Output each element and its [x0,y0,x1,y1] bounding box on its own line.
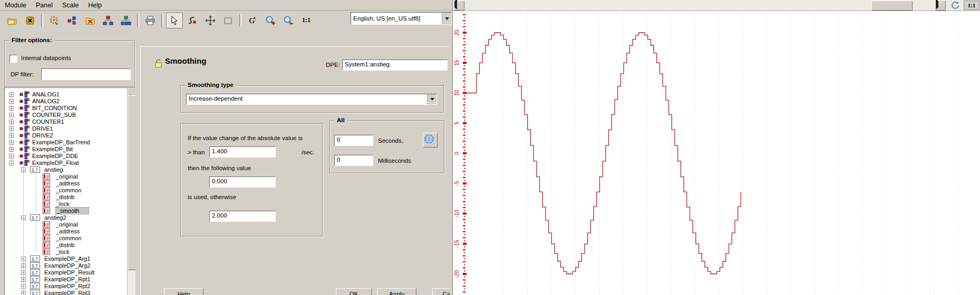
dp-filter-input[interactable] [41,68,131,80]
otherwise-value-input[interactable]: 2.000 [209,211,276,222]
tree-item-label[interactable]: _original [56,173,78,180]
tree-item[interactable]: +5.7ExampleDP_Arg2 [5,262,135,269]
apply-button[interactable]: Apply [377,288,416,295]
help-button[interactable]: Help [164,288,203,295]
settings-gear-button[interactable] [46,13,63,28]
tree-item-label[interactable]: _address [56,180,80,186]
tree-item[interactable]: _lock [5,249,135,255]
internal-datapoints-checkbox[interactable] [9,55,17,63]
tree-item-label[interactable]: ANALOG2 [32,98,60,104]
tree-item[interactable]: +5.7ExampleDP_Result [5,269,135,276]
tree-item[interactable]: −5.7anstieg [5,166,135,173]
tree-item[interactable]: _common [5,187,135,194]
tree-item[interactable]: _original [5,221,135,228]
zoom-out-button[interactable] [280,13,297,28]
tree-item-label[interactable]: _common [56,187,81,193]
tree-item-label[interactable]: ExampleDP_Rpt1 [44,276,90,282]
tree-item-label[interactable]: ExampleDP_Arg1 [44,255,90,262]
tree-item-label[interactable]: _original [56,221,78,228]
then-value-input[interactable]: 0.000 [209,176,276,188]
rectangle-select-button[interactable] [220,13,237,28]
tree-item[interactable]: +ANALOG1 [5,91,135,98]
tree-item-label[interactable]: ExampleDP_Float [32,160,79,166]
tree-item-label[interactable]: _address [56,228,80,234]
tree-item-label[interactable]: ExampleDP_Result [44,269,94,276]
datapoint-tree[interactable]: +ANALOG1+ANALOG2+BIT_CONDITION+COUNTER_S… [4,87,135,295]
tree-item[interactable]: _smooth [5,208,135,214]
chevron-down-icon[interactable] [442,13,451,24]
tree-item-label[interactable]: anstieg [44,166,63,173]
tree-item[interactable]: −5.7anstieg2 [5,214,135,221]
tree-item-label[interactable]: ExampleDP_BarTrend [32,139,90,145]
menu-help[interactable]: Help [83,1,106,10]
tree-item[interactable]: _common [5,235,135,242]
refresh-button[interactable] [949,1,962,10]
tree-item-label[interactable]: COUNTER1 [32,119,64,125]
tree-scrollbar-thumb[interactable] [128,95,135,270]
zoom-one-to-one-button[interactable]: 1:1 [298,13,315,28]
zoom-in-button[interactable] [262,13,279,28]
chart-scrollbar-thumb[interactable] [871,1,913,11]
org-tree-button[interactable] [100,13,117,28]
tree-item-label[interactable]: _distrib [56,242,74,248]
menu-module[interactable]: Module [0,1,31,10]
datapoint-nodes-button[interactable] [64,13,81,28]
tree-item-label[interactable]: DRIVE2 [32,132,53,139]
language-select[interactable]: English, US [en_US.utf8] [351,12,452,25]
milliseconds-input[interactable]: 0 [334,155,373,166]
tree-item[interactable]: +5.7ExampleDP_Rpt3 [5,290,135,295]
tree-item-label[interactable]: COUNTER_SUB [32,112,76,118]
open-folder-button[interactable] [4,13,21,28]
menu-panel[interactable]: Panel [31,1,57,10]
zoom-grid-button[interactable]: G [244,13,261,28]
tree-item[interactable]: +ANALOG2 [5,98,135,105]
tree-item-label[interactable]: ExampleDP_Bit [32,146,73,152]
cancel-button[interactable]: Cancel [432,288,450,295]
tree-item[interactable]: +ExampleDP_BarTrend [5,139,135,146]
tree-item-label[interactable]: ExampleDP_Rpt3 [44,290,90,295]
tree-item[interactable]: +BIT_CONDITION [5,105,135,112]
tree-item-label[interactable]: BIT_CONDITION [32,105,77,111]
chart-one-to-one-button[interactable]: 1:1 [964,1,979,10]
tree-item[interactable]: +DRIVE2 [5,132,135,139]
folder-config-button[interactable] [82,13,99,28]
exit-button[interactable] [22,13,38,28]
tree-item-label[interactable]: ExampleDP_DDE [32,153,78,159]
time-globe-button[interactable] [423,133,438,148]
tree-item[interactable]: +5.7ExampleDP_Rpt1 [5,276,135,283]
chart-scrollbar[interactable]: 1:1 [453,0,980,11]
select-cursor-button[interactable] [166,13,183,28]
tree-item-label[interactable]: _lock [56,249,70,255]
tree-item[interactable]: +5.7ExampleDP_Arg1 [5,255,135,262]
tree-item[interactable]: _original [5,173,135,180]
tree-item[interactable]: +DRIVE1 [5,125,135,132]
org-tree-green-button[interactable] [118,13,134,28]
tree-item[interactable]: _address [5,228,135,235]
tree-item[interactable]: _distrib [5,194,135,201]
tree-item[interactable]: +ExampleDP_DDE [5,153,135,160]
tree-item[interactable]: _distrib [5,242,135,249]
tree-item-label[interactable]: _common [56,235,81,241]
tree-item-label[interactable]: _smooth [56,208,89,214]
tree-item[interactable]: _lock [5,201,135,208]
rotate-tool-button[interactable] [184,13,201,28]
tree-item-label[interactable]: ExampleDP_Rpt2 [44,283,90,289]
tree-item[interactable]: _address [5,180,135,187]
seconds-input[interactable]: 0 [334,135,373,146]
tree-item[interactable]: +ExampleDP_Bit [5,146,135,153]
tree-item[interactable]: +COUNTER1 [5,119,135,125]
tree-scrollbar[interactable] [127,88,135,295]
print-button[interactable] [142,13,159,28]
tree-item[interactable]: +COUNTER_SUB [5,112,135,119]
ok-button[interactable]: OK [336,288,372,295]
dpe-value-field[interactable]: System1:anstieg. [342,60,448,71]
tree-item-label[interactable]: anstieg2 [44,214,66,221]
tree-item[interactable]: −ExampleDP_Float [5,160,135,166]
tree-item-label[interactable]: _distrib [56,194,74,200]
menu-scale[interactable]: Scale [57,1,83,10]
tree-item[interactable]: +5.7ExampleDP_Rpt2 [5,283,135,290]
tree-item-label[interactable]: ANALOG1 [32,91,60,97]
scroll-right-button[interactable] [935,1,946,11]
tree-item-label[interactable]: DRIVE1 [32,125,53,132]
tree-item-label[interactable]: _lock [56,201,70,207]
